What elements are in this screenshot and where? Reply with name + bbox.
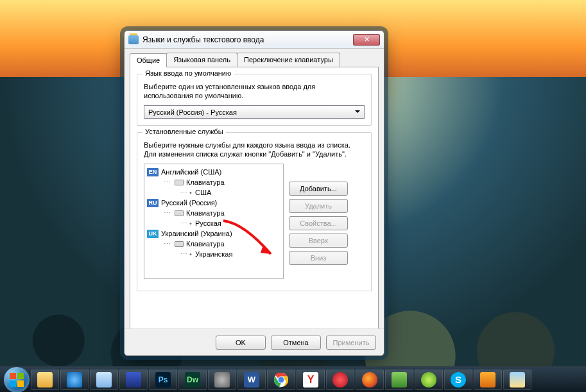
skype-icon: S: [451, 372, 466, 388]
taskbar-opera[interactable]: [326, 370, 354, 390]
svg-rect-1: [10, 373, 16, 379]
taskbar-dreamweaver[interactable]: Dw: [178, 370, 207, 390]
dialog-button-bar: OK Отмена Применить: [125, 328, 384, 355]
services-tree[interactable]: EN Английский (США) ⋯ Клавиатура ⋯ • США: [144, 164, 284, 279]
titlebar[interactable]: Языки и службы текстового ввода ✕: [125, 31, 384, 49]
badge-ru-icon: RU: [147, 199, 159, 207]
keyboard-icon: [175, 180, 184, 185]
tab-general[interactable]: Общие: [130, 53, 167, 67]
opera-icon: [332, 372, 348, 388]
tree-layout-label: США: [195, 189, 211, 196]
group-default-desc: Выберите один из установленных языков вв…: [144, 82, 365, 100]
tree-lang-en-label: Английский (США): [161, 167, 221, 177]
group-services-title: Установленные службы: [142, 128, 226, 135]
taskbar-save[interactable]: [119, 370, 148, 390]
taskbar-explorer[interactable]: [31, 370, 59, 390]
tree-row[interactable]: ⋯ Клавиатура: [162, 177, 282, 187]
svg-rect-2: [17, 373, 24, 379]
services-button-column: Добавить... Удалить Свойства... Вверх Вн…: [289, 182, 348, 279]
firefox-icon: [362, 372, 377, 388]
dialog-icon: [128, 35, 139, 44]
windows-logo-icon: [9, 372, 24, 388]
taskbar-firefox[interactable]: [356, 370, 384, 390]
tree-lang-en[interactable]: EN Английский (США): [147, 167, 282, 177]
keyboard-icon: [175, 210, 184, 216]
tree-kb-label: Клавиатура: [186, 177, 225, 187]
tab-keyboard-switch[interactable]: Переключение клавиатуры: [237, 53, 340, 67]
svg-rect-4: [17, 380, 24, 387]
gear-icon: [214, 372, 230, 388]
default-language-combo[interactable]: Русский (Россия) - Русская: [144, 105, 365, 119]
taskbar-app-green[interactable]: [385, 370, 413, 390]
taskbar-notepad[interactable]: [90, 370, 118, 390]
tree-row[interactable]: ⋯ • Украинская: [179, 249, 282, 259]
start-button[interactable]: [4, 367, 30, 393]
cancel-button[interactable]: Отмена: [271, 336, 321, 350]
tree-row[interactable]: ⋯ Клавиатура: [162, 208, 282, 218]
media-player-icon: [480, 372, 496, 388]
taskbar-icq[interactable]: [415, 370, 443, 390]
taskbar-settings[interactable]: [208, 370, 236, 390]
taskbar-ie[interactable]: [60, 370, 89, 390]
tree-layout-label: Русская: [195, 219, 221, 227]
close-button[interactable]: ✕: [353, 34, 380, 46]
yandex-icon: Y: [303, 372, 318, 388]
floppy-icon: [126, 372, 141, 388]
tree-lang-uk-label: Украинский (Украина): [161, 228, 232, 239]
group-default-title: Язык ввода по умолчанию: [142, 69, 234, 77]
tree-kb-label: Клавиатура: [186, 239, 225, 249]
tab-strip: Общие Языковая панель Переключение клави…: [125, 49, 384, 67]
chrome-icon: [273, 372, 289, 388]
taskbar-photoshop[interactable]: Ps: [149, 370, 177, 390]
move-up-button[interactable]: Вверх: [289, 234, 348, 248]
keyboard-icon: [175, 241, 184, 247]
apply-button[interactable]: Применить: [326, 336, 376, 350]
tree-row[interactable]: ⋯ • США: [179, 187, 282, 198]
icq-icon: [421, 372, 436, 388]
default-language-value: Русский (Россия) - Русская: [148, 108, 237, 116]
ok-button[interactable]: OK: [216, 336, 266, 350]
badge-en-icon: EN: [147, 168, 159, 176]
taskbar-media-player[interactable]: [474, 370, 502, 390]
tree-kb-label: Клавиатура: [186, 208, 225, 218]
taskbar-chrome[interactable]: [267, 370, 295, 390]
taskbar-word[interactable]: W: [237, 370, 266, 390]
group-services-desc: Выберите нужные службы для каждого языка…: [144, 141, 365, 158]
folder-icon: [37, 372, 53, 388]
taskbar-yandex[interactable]: Y: [297, 370, 325, 390]
tree-lang-ru-label: Русский (Россия): [161, 198, 217, 208]
tree-layout-label: Украинская: [195, 250, 232, 258]
tab-panel-general: Язык ввода по умолчанию Выберите один из…: [130, 67, 379, 335]
properties-button[interactable]: Свойства...: [289, 216, 348, 230]
tree-row[interactable]: ⋯ • Русская: [179, 218, 282, 228]
word-icon: W: [244, 372, 259, 388]
green-app-icon: [392, 372, 407, 388]
add-button[interactable]: Добавить...: [289, 182, 348, 196]
svg-rect-3: [10, 380, 16, 387]
tree-lang-uk[interactable]: UK Украинский (Украина): [147, 228, 282, 239]
taskbar: Ps Dw W Y S: [0, 366, 586, 392]
notepad-icon: [96, 372, 112, 388]
tree-row[interactable]: ⋯ Клавиатура: [162, 239, 282, 249]
ie-icon: [67, 372, 82, 388]
group-installed-services: Установленные службы Выберите нужные слу…: [137, 132, 372, 291]
move-down-button[interactable]: Вниз: [289, 251, 348, 265]
badge-uk-icon: UK: [147, 230, 159, 238]
taskbar-skype[interactable]: S: [444, 370, 472, 390]
remove-button[interactable]: Удалить: [289, 199, 348, 213]
tree-lang-ru[interactable]: RU Русский (Россия): [147, 198, 282, 208]
dreamweaver-icon: Dw: [185, 372, 200, 388]
language-services-dialog: Языки и службы текстового ввода ✕ Общие …: [124, 30, 384, 356]
taskbar-weather[interactable]: [503, 370, 531, 390]
weather-icon: [510, 372, 525, 388]
dialog-title: Языки и службы текстового ввода: [142, 35, 349, 44]
group-default-language: Язык ввода по умолчанию Выберите один из…: [137, 74, 372, 126]
tab-language-bar[interactable]: Языковая панель: [166, 53, 237, 67]
photoshop-icon: Ps: [155, 372, 171, 388]
